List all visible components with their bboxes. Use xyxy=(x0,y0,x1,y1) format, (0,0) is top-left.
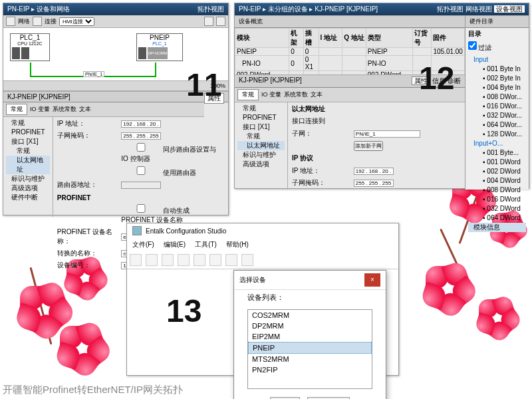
view-net-12[interactable]: 网络视图 xyxy=(466,5,492,13)
cat-input[interactable]: Input xyxy=(468,55,526,65)
ribbon-download-icon[interactable] xyxy=(194,254,205,266)
app-title: Entalk Configuration Studio xyxy=(146,227,226,235)
list-item[interactable]: ▪ 002 Byte In xyxy=(477,74,526,83)
tool-icon[interactable] xyxy=(216,17,225,26)
ribbon-upload-icon[interactable] xyxy=(178,254,190,266)
list-item[interactable]: ▪ 001 Byte In xyxy=(477,65,526,74)
list-item[interactable]: DP2MRM xyxy=(248,321,372,331)
router-input[interactable] xyxy=(121,182,161,189)
conn-select[interactable]: HMI连接 xyxy=(59,17,94,26)
list-item[interactable]: ▪ 001 Byte... xyxy=(477,148,526,158)
list-item[interactable]: ▪ 002 DWord xyxy=(477,167,526,176)
tab-text[interactable]: 文本 xyxy=(79,105,91,114)
ribbon-wrench-icon[interactable] xyxy=(225,254,237,266)
list-item[interactable]: PN2FIP xyxy=(248,364,372,375)
ribbon-open-icon[interactable] xyxy=(146,254,158,266)
catalog-tree: Input ▪ 001 Byte In▪ 002 Byte In▪ 004 By… xyxy=(466,54,529,233)
list-item[interactable]: ▪ 016 DWord xyxy=(477,195,526,204)
mask-input-12[interactable] xyxy=(354,180,394,187)
list-item[interactable]: ▪ 032 DWord xyxy=(477,204,526,213)
tree-eth[interactable]: 以太网地址 xyxy=(6,156,50,174)
catalog-sidebar: 硬件目录 目录 过滤 Input ▪ 001 Byte In▪ 002 Byte… xyxy=(465,15,529,190)
overview-header: 设备概览 xyxy=(235,15,465,28)
list-item[interactable]: ▪ 032 DWor... xyxy=(477,111,526,120)
toolbar-network[interactable]: 网络 xyxy=(18,17,30,26)
list-item[interactable]: ▪ 001 DWord xyxy=(477,158,526,167)
ribbon-new-icon[interactable] xyxy=(130,254,142,266)
list-item[interactable]: ▪ 064 DWord xyxy=(477,213,526,223)
view-topo-12[interactable]: 拓扑视图 xyxy=(437,5,464,13)
list-item[interactable]: EIP2MM xyxy=(248,331,372,342)
label-13: 13 xyxy=(166,293,201,329)
list-item[interactable]: ▪ 016 DWor... xyxy=(477,102,526,111)
list-item[interactable]: COS2MRM xyxy=(248,310,372,321)
conn-icon[interactable] xyxy=(33,17,42,26)
list-item[interactable]: MTS2MRM xyxy=(248,354,372,364)
tree-general[interactable]: 常规 xyxy=(6,118,50,128)
pneip-link[interactable]: PLC_1 xyxy=(137,41,182,46)
eth-section: 以太网地址 xyxy=(289,104,464,114)
tab-general[interactable]: 常规 xyxy=(6,104,27,115)
cat-mod[interactable]: 模块信息 xyxy=(468,223,526,232)
tab-io[interactable]: IO 变量 xyxy=(30,105,50,114)
view-topo[interactable]: 拓扑视图 xyxy=(198,5,224,14)
ip-input[interactable] xyxy=(121,120,161,128)
label-11: 11 xyxy=(186,66,221,103)
close-icon[interactable]: × xyxy=(364,273,380,287)
prop-tabs: 常规 IO 变量 系统常数 文本 xyxy=(3,102,204,117)
tool-icon[interactable] xyxy=(204,17,213,26)
router-label: 路由器地址： xyxy=(55,180,117,190)
ip-input-12[interactable] xyxy=(354,168,394,175)
net-icon[interactable] xyxy=(6,17,15,26)
label-12: 12 xyxy=(419,60,454,96)
add-subnet-button[interactable]: 添加新子网 xyxy=(354,141,383,151)
list-item[interactable]: ▪ 008 DWord xyxy=(477,186,526,195)
list-item[interactable]: ▪ 128 DWor... xyxy=(477,130,526,139)
sync-check[interactable] xyxy=(121,143,161,152)
menu-file[interactable]: 文件(F) xyxy=(132,240,154,249)
table-row[interactable]: PNEIP00PNEIP105.01.00 xyxy=(235,48,465,56)
devnum-label: 设备编号： xyxy=(55,260,117,271)
ribbon xyxy=(127,251,398,269)
filter-check[interactable] xyxy=(468,41,477,50)
router-check[interactable] xyxy=(121,166,161,175)
auto-check[interactable] xyxy=(121,204,161,213)
menu-tool[interactable]: 工具(T) xyxy=(195,240,217,249)
list-item[interactable]: PNEIP xyxy=(248,342,372,354)
menu-edit[interactable]: 编辑(E) xyxy=(164,240,186,249)
ribbon-help-icon[interactable] xyxy=(241,254,253,266)
list-item[interactable]: ▪ 004 Byte In xyxy=(477,83,526,92)
menu-help[interactable]: 帮助(H) xyxy=(226,240,249,249)
plc-cpu: CPU 1212C xyxy=(11,41,49,46)
tree-adv[interactable]: 标识与维护 xyxy=(6,174,50,184)
list-item[interactable]: ▪ 064 DWor... xyxy=(477,120,526,130)
device-plc[interactable]: PLC_1 CPU 1212C xyxy=(10,33,50,61)
tree-adv2[interactable]: 高级选项 xyxy=(6,184,50,193)
subnet-input[interactable] xyxy=(354,130,420,138)
tree-profinet[interactable]: PROFINET 接口 [X1] xyxy=(6,128,50,146)
tree-general2[interactable]: 常规 xyxy=(6,146,50,156)
toolbar-11: 网络 连接 HMI连接 xyxy=(3,15,228,28)
view-dev-12[interactable]: 设备视图 xyxy=(494,5,525,13)
ribbon-save-icon[interactable] xyxy=(162,254,174,266)
device-list[interactable]: COS2MRMDP2MRMEIP2MMPNEIPMTS2MRMPN2FIP xyxy=(247,309,372,389)
tab-const[interactable]: 系统常数 xyxy=(53,105,76,114)
mask-input[interactable] xyxy=(121,132,161,140)
dialog-titlebar: 选择设备 × xyxy=(234,271,386,290)
cat-output[interactable]: Input+O... xyxy=(468,139,526,148)
prop-tree: 常规 PROFINET 接口 [X1] 常规 以太网地址 标识与维护 高级选项 … xyxy=(3,117,53,217)
ribbon-play-icon[interactable] xyxy=(209,254,221,266)
app-icon xyxy=(132,226,142,235)
list-item[interactable]: ▪ 004 DWord xyxy=(477,176,526,186)
breadcrumb-12: PN-EIP ▸ 未分组的设备 ▸ KJ-PNEIP [KJPNEIP] xyxy=(239,5,378,14)
device-pneip[interactable]: PNEIP PLC_1 DP-NORM xyxy=(136,33,183,61)
toolbar-connect[interactable]: 连接 xyxy=(45,17,57,26)
dialog-title: 选择设备 xyxy=(239,275,266,285)
tab-general-12[interactable]: 常规 xyxy=(237,89,259,100)
tree-hw[interactable]: 硬件中断 xyxy=(6,193,50,202)
titlebar-12: PN-EIP ▸ 未分组的设备 ▸ KJ-PNEIP [KJPNEIP] 拓扑视… xyxy=(235,3,529,15)
pneip-mod: DP-NORM xyxy=(148,47,168,59)
pn-section: PROFINET xyxy=(55,192,227,202)
list-item[interactable]: ▪ 008 DWor... xyxy=(477,92,526,102)
footer-caption: 开疆智能Profinet转EtherNET/IP网关拓扑 xyxy=(3,384,183,396)
